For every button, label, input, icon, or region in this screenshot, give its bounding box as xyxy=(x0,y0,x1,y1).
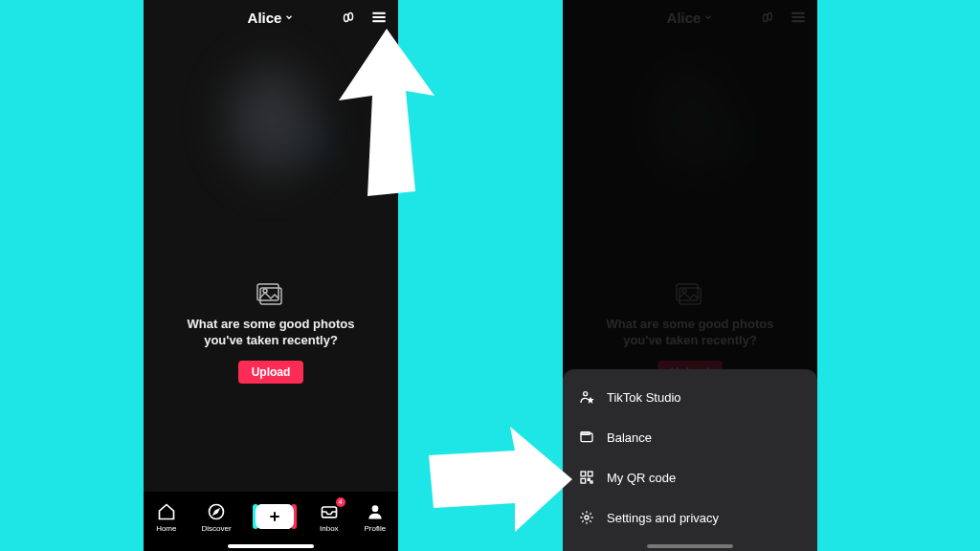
plus-icon xyxy=(256,504,294,529)
footprint-icon[interactable] xyxy=(339,8,358,27)
nav-home-label: Home xyxy=(156,524,176,533)
username-text: Alice xyxy=(248,10,282,26)
sheet-item-qr-code[interactable]: My QR code xyxy=(563,457,817,497)
annotation-arrow-up xyxy=(329,29,444,201)
nav-discover[interactable]: Discover xyxy=(201,501,231,533)
menu-sheet: TikTok Studio Balance My QR code Setting… xyxy=(563,369,817,551)
nav-inbox-label: Inbox xyxy=(320,524,339,533)
profile-icon xyxy=(365,501,386,522)
bottom-nav: Home Discover 4 Inbox Profile xyxy=(144,492,398,551)
nav-create[interactable] xyxy=(256,504,294,529)
svg-point-22 xyxy=(584,392,588,396)
sheet-item-balance[interactable]: Balance xyxy=(563,417,817,457)
inbox-badge: 4 xyxy=(336,497,345,507)
compass-icon xyxy=(206,501,227,522)
sheet-item-label: Settings and privacy xyxy=(607,511,719,525)
gear-icon xyxy=(578,509,595,526)
qr-code-icon xyxy=(578,469,595,486)
svg-marker-32 xyxy=(429,427,572,532)
svg-rect-29 xyxy=(590,481,592,483)
sheet-item-label: My QR code xyxy=(607,471,676,485)
nav-profile[interactable]: Profile xyxy=(364,501,386,533)
sheet-item-settings-privacy[interactable]: Settings and privacy xyxy=(563,497,817,538)
wallet-icon xyxy=(578,429,595,446)
svg-point-13 xyxy=(371,505,378,512)
inbox-icon: 4 xyxy=(319,501,340,522)
phone-menu-sheet: Alice What are some good photos you've t… xyxy=(563,0,817,551)
svg-rect-25 xyxy=(581,472,586,476)
photo-icon xyxy=(256,282,285,307)
annotation-arrow-right xyxy=(429,427,572,532)
home-icon xyxy=(156,501,177,522)
nav-home[interactable]: Home xyxy=(156,501,177,533)
chevron-down-icon xyxy=(284,12,294,22)
nav-discover-label: Discover xyxy=(201,524,231,533)
nav-inbox[interactable]: 4 Inbox xyxy=(319,501,340,533)
sheet-item-label: Balance xyxy=(607,430,652,445)
sheet-item-label: TikTok Studio xyxy=(607,390,681,405)
sheet-item-tiktok-studio[interactable]: TikTok Studio xyxy=(563,377,817,417)
svg-rect-26 xyxy=(588,472,592,476)
upload-button[interactable]: Upload xyxy=(238,361,304,384)
svg-marker-9 xyxy=(214,509,219,514)
svg-point-1 xyxy=(348,13,353,21)
svg-rect-28 xyxy=(588,478,590,480)
upload-prompt: What are some good photos you've taken r… xyxy=(144,282,398,384)
username-dropdown[interactable]: Alice xyxy=(248,10,295,26)
home-indicator xyxy=(647,544,733,548)
home-indicator xyxy=(228,544,314,548)
prompt-text: What are some good photos you've taken r… xyxy=(172,317,369,349)
svg-rect-27 xyxy=(581,478,586,483)
svg-marker-31 xyxy=(339,29,434,196)
person-star-icon xyxy=(578,388,595,406)
svg-point-30 xyxy=(585,516,589,519)
nav-profile-label: Profile xyxy=(364,524,386,533)
menu-button[interactable] xyxy=(369,8,389,27)
hamburger-icon xyxy=(369,8,389,27)
